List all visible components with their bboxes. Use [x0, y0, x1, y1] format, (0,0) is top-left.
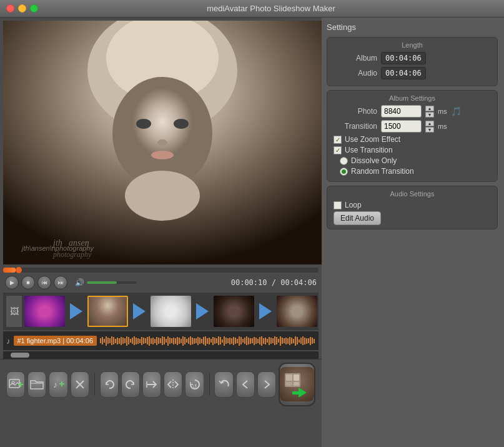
use-transition-label: Use Transition [345, 146, 393, 154]
thumbnail-1[interactable] [24, 296, 65, 327]
minimize-button[interactable] [18, 4, 26, 13]
photo-input[interactable]: 8840 [381, 105, 422, 118]
photo-spinner[interactable]: ▲ ▼ [425, 106, 434, 118]
svg-text:♪: ♪ [53, 379, 57, 389]
scrollbar-thumb[interactable] [11, 353, 29, 358]
dissolve-row: Dissolve Only [334, 156, 491, 165]
rotate-ccw-button[interactable] [100, 371, 119, 398]
open-folder-icon [29, 378, 44, 391]
next-nav-button[interactable] [257, 371, 276, 398]
undo-icon [217, 378, 230, 391]
album-label: Album [334, 54, 377, 63]
transition-input[interactable]: 1500 [381, 120, 422, 133]
play-button[interactable]: ▶ [5, 276, 19, 289]
svg-point-7 [151, 151, 174, 159]
random-radio[interactable] [340, 168, 348, 176]
use-transition-checkbox[interactable]: ✓ [334, 146, 342, 154]
random-label: Random Transition [351, 167, 414, 176]
photo-spin-up[interactable]: ▲ [425, 106, 434, 111]
time-display: 00:00:10 / 00:04:06 [231, 278, 317, 287]
svg-text:photography: photography [52, 250, 92, 259]
next-button[interactable]: ⏭ [54, 276, 67, 289]
move-right-icon [145, 378, 159, 391]
preview-area: jth ansen photography [3, 21, 322, 264]
delete-button[interactable] [71, 371, 89, 398]
photo-label: Photo [334, 107, 377, 116]
playback-controls: ▶ ■ ⏮ ⏭ 🔊 00:00:10 / 00:04:06 [0, 273, 322, 293]
prev-nav-button[interactable] [236, 371, 255, 398]
thumbnail-3[interactable] [151, 296, 191, 327]
volume-fill [87, 281, 117, 284]
thumbnail-5[interactable] [277, 296, 317, 327]
svg-text:↺: ↺ [192, 383, 197, 389]
add-music-button[interactable]: ♪ [49, 371, 67, 398]
volume-bar[interactable] [87, 281, 137, 284]
prev-button[interactable]: ⏮ [37, 276, 51, 289]
use-zoom-row: ✓ Use Zoom Effect [334, 135, 491, 144]
audio-value: 00:04:06 [381, 67, 426, 79]
main-container: jth ansen photography ▶ ■ ⏮ ⏭ 🔊 [0, 18, 504, 447]
sync-music-icon[interactable]: 🎵 [451, 106, 462, 116]
rotate-ccw-icon [102, 378, 116, 391]
album-length-row: Album 00:04:06 [334, 52, 491, 64]
transition-arrow-4[interactable] [257, 300, 274, 323]
refresh-button[interactable]: ↺ [185, 371, 204, 398]
stop-button[interactable]: ■ [21, 276, 35, 289]
bottom-toolbar: ♪ [0, 359, 322, 409]
refresh-icon: ↺ [188, 378, 202, 391]
maximize-button[interactable] [30, 4, 38, 13]
use-zoom-label: Use Zoom Effect [345, 135, 400, 144]
random-transition-row: Random Transition [334, 167, 491, 176]
transition-spin-up[interactable]: ▲ [425, 121, 434, 126]
loop-row: Loop [334, 201, 491, 209]
transition-spin-down[interactable]: ▼ [425, 127, 434, 133]
next-nav-icon [260, 378, 274, 391]
loop-label: Loop [345, 201, 362, 209]
preview-image: jth ansen photography [3, 21, 322, 264]
edit-audio-button[interactable]: Edit Audio [334, 211, 381, 225]
right-panel: Settings Length Album 00:04:06 Audio 00:… [322, 18, 503, 447]
svg-rect-29 [294, 382, 299, 386]
use-zoom-checkbox[interactable]: ✓ [334, 136, 342, 144]
transition-unit: ms [438, 123, 447, 130]
separator-2 [209, 373, 210, 396]
transition-arrow-1[interactable] [67, 300, 85, 323]
audio-track: ♪ #1 fighter.mp3 | 00:04:06 [3, 331, 319, 350]
rotate-cw-button[interactable] [121, 371, 140, 398]
thumbnail-2[interactable] [87, 296, 128, 327]
move-right-button[interactable] [142, 371, 161, 398]
svg-point-8 [125, 171, 200, 221]
transition-arrow-2[interactable] [131, 300, 148, 323]
svg-rect-31 [292, 391, 300, 394]
add-photo-icon [8, 377, 23, 392]
svg-rect-26 [286, 374, 292, 381]
flip-button[interactable] [164, 371, 182, 398]
progress-handle[interactable] [16, 267, 22, 273]
export-icon [280, 367, 314, 401]
title-bar: mediAvatar Photo Slideshow Maker [0, 0, 504, 18]
close-button[interactable] [6, 4, 14, 13]
dissolve-radio[interactable] [340, 157, 348, 165]
add-music-icon: ♪ [52, 378, 66, 391]
use-transition-row: ✓ Use Transition [334, 146, 491, 154]
transition-label: Transition [334, 122, 377, 131]
open-folder-button[interactable] [27, 371, 46, 398]
audio-settings-title: Audio Settings [334, 190, 491, 198]
transition-arrow-3[interactable] [194, 300, 211, 323]
album-value: 00:04:06 [381, 52, 426, 64]
add-photo-button[interactable] [6, 371, 25, 398]
photo-spin-down[interactable]: ▼ [425, 112, 434, 118]
progress-fill [3, 268, 16, 273]
progress-bar[interactable] [3, 268, 319, 273]
undo-button[interactable] [214, 371, 233, 398]
volume-icon: 🔊 [75, 278, 84, 287]
length-section-title: Length [334, 41, 491, 49]
length-section: Length Album 00:04:06 Audio 00:04:06 [327, 37, 498, 86]
loop-checkbox[interactable] [334, 201, 342, 209]
svg-rect-28 [286, 382, 292, 386]
export-button[interactable] [279, 363, 315, 406]
scrollbar[interactable] [3, 351, 319, 359]
thumbnail-4[interactable] [214, 296, 254, 327]
svg-text:ansen: ansen [69, 238, 89, 248]
transition-spinner[interactable]: ▲ ▼ [425, 121, 434, 133]
